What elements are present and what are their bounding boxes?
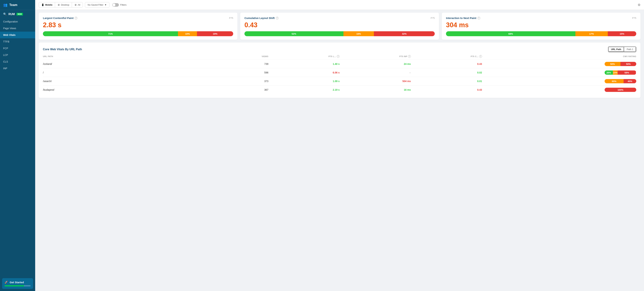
team-label: Team xyxy=(9,3,18,7)
get-started-section[interactable]: 🚀 Get Started xyxy=(2,278,33,289)
cell-views: 367 xyxy=(221,86,268,94)
dropdown-icon: ▼ xyxy=(104,3,107,6)
filters-toggle[interactable] xyxy=(112,3,119,7)
cell-views: 596 xyxy=(221,68,268,77)
cell-inp: – xyxy=(340,68,411,77)
cell-cwv: 50%50% xyxy=(482,60,636,68)
cwv-table: URL PATH VIEWS P75 L... ? P75 INP xyxy=(43,55,636,94)
col-header-cls: P75 C... ? xyxy=(411,55,482,60)
device-tabs: 📱 Mobile 🖥 Desktop 🖥 All xyxy=(39,2,83,7)
cls-percentile: P75 xyxy=(431,17,435,19)
sidebar-item-cls[interactable]: CLS xyxy=(0,58,35,65)
lcp-col-help-icon[interactable]: ? xyxy=(337,55,340,58)
mobile-label: Mobile xyxy=(45,3,52,6)
col-header-url: URL PATH xyxy=(43,55,221,60)
cwv-bar: 100% xyxy=(604,88,636,92)
cls-help-icon[interactable]: ? xyxy=(276,17,278,19)
lcp-value: 2.83 s xyxy=(43,21,233,29)
team-header[interactable]: 👥 Team xyxy=(0,0,35,10)
progress-bar-fill xyxy=(4,285,24,287)
cell-cwv: 60%40% xyxy=(482,77,636,86)
cwv-bar-segment: 60% xyxy=(604,79,624,83)
desktop-icon: 🖥 xyxy=(58,3,60,6)
cell-views: 373 xyxy=(221,77,268,86)
desktop-label: Desktop xyxy=(61,3,69,6)
sidebar-item-ttfb[interactable]: TTFB xyxy=(0,38,35,45)
cell-path[interactable]: /iceland/ xyxy=(43,60,221,68)
path-btn-1[interactable]: Path 1 xyxy=(624,46,636,52)
cell-cls: 0.02 xyxy=(411,68,482,77)
inp-percentile: P75 xyxy=(632,17,636,19)
filters-toggle-label: Filters xyxy=(120,3,126,6)
cwv-bar-segment: 100% xyxy=(604,88,636,92)
cls-bar-red: 32% xyxy=(374,31,435,36)
sidebar-item-pageviews[interactable]: Page Views xyxy=(0,25,35,32)
col-header-cwv: CWV RATING xyxy=(482,55,636,60)
lcp-bar: 71% 10% 19% xyxy=(43,31,233,36)
path-btn-url[interactable]: URL Path xyxy=(608,46,624,52)
cell-path[interactable]: / xyxy=(43,68,221,77)
path-toggle: URL Path Path 1 xyxy=(608,46,636,52)
cls-value: 0.43 xyxy=(244,21,435,29)
rum-label: RUM xyxy=(8,13,15,16)
sidebar-item-fcp[interactable]: FCP xyxy=(0,45,35,52)
table-title: Core Web Vitals By URL Path xyxy=(43,48,82,51)
tab-desktop[interactable]: 🖥 Desktop xyxy=(55,2,72,7)
lcp-help-icon[interactable]: ? xyxy=(74,17,78,19)
sidebar: 👥 Team 🔍 RUM NEW Configuration Page View… xyxy=(0,0,35,291)
sidebar-item-inp[interactable]: INP xyxy=(0,65,35,72)
sidebar-item-webvitals[interactable]: Web Vitals xyxy=(0,32,35,38)
tab-mobile[interactable]: 📱 Mobile xyxy=(39,2,55,7)
filters-toggle-group: Filters xyxy=(112,3,126,7)
table-row: /search/3731.09 s504 ms0.0160%40% xyxy=(43,77,636,86)
col-header-views: VIEWS xyxy=(221,55,268,60)
col-header-lcp: P75 L... ? xyxy=(268,55,340,60)
cell-inp: 24 ms xyxy=(340,60,411,68)
cwv-bar-segment: 50% xyxy=(620,62,636,66)
table-row: /budapest/3672.19 s16 ms0.43100% xyxy=(43,86,636,94)
team-icon: 👥 xyxy=(3,3,8,7)
tab-all[interactable]: 🖥 All xyxy=(72,2,83,7)
cwv-bar: 50%50% xyxy=(604,62,636,66)
cell-lcp: 2.19 s xyxy=(268,86,340,94)
table-section: Core Web Vitals By URL Path URL Path Pat… xyxy=(39,42,640,98)
cwv-bar-segment: 50% xyxy=(604,62,620,66)
cwv-bar: 60%40% xyxy=(604,79,636,83)
progress-bar xyxy=(4,285,30,287)
cell-path[interactable]: /budapest/ xyxy=(43,86,221,94)
cwv-bar-segment: 15% xyxy=(613,70,618,75)
cell-path[interactable]: /search/ xyxy=(43,77,221,86)
lcp-card: Largest Contentful Paint ? P75 2.83 s 71… xyxy=(39,13,238,40)
inp-col-help-icon[interactable]: ? xyxy=(408,55,411,58)
lcp-percentile: P75 xyxy=(229,17,233,19)
cls-col-help-icon[interactable]: ? xyxy=(479,55,482,58)
main-content: 📱 Mobile 🖥 Desktop 🖥 All No Saved Filter… xyxy=(35,0,644,291)
top-bar: 📱 Mobile 🖥 Desktop 🖥 All No Saved Filter… xyxy=(35,0,644,10)
mobile-icon: 📱 xyxy=(41,3,44,6)
all-label: All xyxy=(78,3,80,6)
saved-filter-button[interactable]: No Saved Filter ▼ xyxy=(85,2,109,7)
cell-cwv: 26%15%58% xyxy=(482,68,636,77)
cls-bar-green: 52% xyxy=(244,31,344,36)
sidebar-item-lcp[interactable]: LCP xyxy=(0,52,35,58)
cell-cls: 0.01 xyxy=(411,77,482,86)
new-badge: NEW xyxy=(16,13,23,15)
inp-title: Interaction to Next Paint ? xyxy=(446,16,480,19)
col-header-inp: P75 INP ? xyxy=(340,55,411,60)
get-started-label: Get Started xyxy=(10,281,24,284)
cwv-bar-segment: 26% xyxy=(604,70,613,75)
table-header-row: Core Web Vitals By URL Path URL Path Pat… xyxy=(43,46,636,52)
cwv-bar: 26%15%58% xyxy=(604,70,636,75)
cell-lcp: 1.40 s xyxy=(268,60,340,68)
lcp-title: Largest Contentful Paint ? xyxy=(43,16,78,19)
cell-views: 739 xyxy=(221,60,268,68)
lcp-bar-green: 71% xyxy=(43,31,178,36)
vitals-row: Largest Contentful Paint ? P75 2.83 s 71… xyxy=(35,10,644,42)
table-row: /iceland/7391.40 s24 ms0.4350%50% xyxy=(43,60,636,68)
rum-section[interactable]: 🔍 RUM NEW xyxy=(0,10,35,18)
settings-icon[interactable]: ⚙ xyxy=(638,3,640,7)
sidebar-item-configuration[interactable]: Configuration xyxy=(0,18,35,25)
cell-lcp: 6.06 s xyxy=(268,68,340,77)
lcp-bar-red: 19% xyxy=(197,31,233,36)
inp-help-icon[interactable]: ? xyxy=(478,17,480,19)
